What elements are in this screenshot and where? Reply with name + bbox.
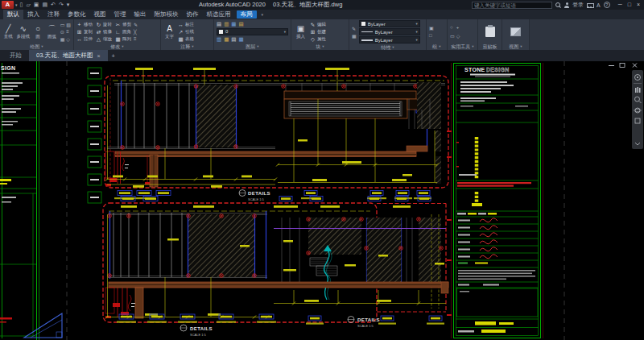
help-icon[interactable]: ? (604, 2, 610, 8)
tool-scale[interactable]: △缩放 (96, 35, 112, 43)
tab-annotate[interactable]: 注释 (43, 10, 64, 19)
tool-mirror[interactable]: ⇄镜像 (96, 28, 112, 35)
app-store-cart-icon[interactable] (587, 2, 593, 8)
linetype-dropdown[interactable]: ByLayer ▾ (359, 28, 420, 35)
tool-fillet[interactable]: ∟圆角 (115, 28, 131, 35)
search-icon[interactable] (555, 2, 561, 8)
gradient-icon[interactable]: ▧ (66, 22, 71, 27)
panel-label-annotate[interactable]: 注释▾ (161, 44, 213, 50)
tool-rotate[interactable]: ↻旋转 (96, 21, 112, 28)
panel-label-clipboard[interactable]: 剪贴板 (478, 44, 502, 50)
redo-icon[interactable]: ↷ (59, 2, 64, 8)
hatch-icon[interactable]: ▦ (60, 36, 65, 42)
group-icon[interactable]: ▣ (429, 25, 434, 31)
id-point-icon[interactable]: ◇ (456, 33, 460, 39)
tab-layout-highlighted[interactable]: 布局 (237, 10, 257, 19)
tool-dimension[interactable]: ↔标注 (178, 21, 194, 28)
plot-icon[interactable]: ▤ (42, 2, 47, 8)
tool-arc[interactable]: ⌒ 圆弧 (46, 24, 57, 39)
new-icon[interactable]: ▯ (20, 2, 23, 8)
file-tab-document[interactable]: 03.天花、地面大样图 × (29, 50, 108, 61)
tool-leader[interactable]: ↗引线 (178, 28, 194, 35)
restore-button[interactable]: □ (625, 1, 634, 9)
sheet-titleblock: STONE DESIGN (447, 63, 543, 338)
layer-dropdown[interactable]: 0 ▾ (217, 28, 288, 35)
panel-label-layers[interactable]: 图层▾ (214, 44, 291, 50)
file-tab-start[interactable]: 开始 (2, 50, 29, 61)
file-tab-new-icon[interactable]: + (108, 51, 119, 61)
layer-walk-icon[interactable]: ▦ (238, 36, 243, 43)
panel-label-block[interactable]: 块▾ (291, 44, 349, 50)
ungroup-icon[interactable]: □ (429, 33, 434, 38)
object-color-dropdown[interactable]: ByLayer ▾ (359, 20, 420, 27)
layer-freeze-icon[interactable]: ▤ (238, 21, 243, 27)
tool-polyline[interactable]: ∿ 多段线 (16, 24, 30, 39)
search-input[interactable] (472, 2, 552, 9)
undo-icon[interactable]: ↶ (51, 2, 56, 8)
minimize-button[interactable]: ─ (616, 1, 625, 9)
layer-off-icon[interactable]: ▥ (224, 21, 229, 27)
tab-manage[interactable]: 管理 (110, 10, 130, 19)
explode-icon[interactable]: ╳ (134, 29, 138, 35)
tab-collaborate[interactable]: 协作 (183, 10, 203, 19)
tool-move[interactable]: +移动 (76, 21, 93, 28)
close-button[interactable]: × (634, 1, 642, 9)
layer-properties-icon[interactable]: ▤ (217, 21, 221, 27)
quick-select-icon[interactable]: ▭ (450, 33, 455, 39)
tool-insert-block[interactable]: ▣ 插入 (294, 24, 308, 39)
properties-list-icon[interactable]: ▦ (352, 33, 357, 39)
tab-featured-apps[interactable]: 精选应用 (203, 10, 235, 19)
tab-output[interactable]: 输出 (130, 10, 151, 19)
autodesk-app-icon[interactable]: A (597, 2, 601, 8)
offset-icon[interactable]: ≡ (134, 36, 138, 41)
tool-block-create[interactable]: ⊞创建 (310, 28, 326, 35)
panel-label-view[interactable]: 视图▾ (502, 44, 529, 50)
tool-text[interactable]: A 文字 (163, 24, 175, 39)
measure-icon[interactable]: ○ (450, 25, 455, 30)
tool-copy[interactable]: ⊞复制 (76, 28, 93, 35)
ribbon-collapse-caret-icon[interactable]: ▾ (258, 10, 267, 19)
app-menu-caret-icon[interactable]: ▾ (15, 2, 18, 7)
tool-block-edit[interactable]: ✎编辑 (310, 21, 326, 28)
app-menu-button[interactable]: A (2, 1, 14, 9)
tool-table[interactable]: ▦表格 (178, 35, 194, 43)
panel-label-draw[interactable]: 绘图▾ (0, 44, 73, 50)
panel-label-modify[interactable]: 修改▾ (74, 44, 160, 50)
tool-stretch[interactable]: ↔拉伸 (76, 35, 93, 43)
tab-addins[interactable]: 附加模块 (151, 10, 183, 19)
view-base-icon[interactable] (510, 27, 521, 36)
open-icon[interactable]: ▱ (26, 2, 30, 8)
layer-match-icon[interactable]: ▥ (217, 36, 221, 43)
tool-line[interactable]: ╱ 直线 (2, 24, 14, 39)
match-properties-icon[interactable]: ✎ (352, 26, 357, 31)
panel-label-groups[interactable]: 组▾ (427, 44, 447, 50)
signin-label[interactable]: 登录 (572, 1, 584, 9)
tool-trim[interactable]: ✂修剪 (115, 21, 131, 28)
drawing-canvas[interactable]: SIGN (0, 61, 644, 340)
tab-parametric[interactable]: 参数化 (64, 10, 90, 19)
tab-home[interactable]: 默认 (3, 10, 23, 19)
file-tab-close-icon[interactable]: × (97, 53, 100, 59)
tool-circle[interactable]: ○ 圆 (32, 24, 43, 39)
insert-block-icon: ▣ (297, 24, 304, 34)
point-icon[interactable]: + (456, 25, 460, 30)
region-icon[interactable]: ◇ (66, 36, 71, 42)
tool-array[interactable]: ▦阵列 (115, 35, 131, 43)
layer-isolate-icon[interactable]: ▦ (231, 21, 236, 27)
erase-icon[interactable]: ✎ (134, 22, 138, 27)
tab-insert[interactable]: 插入 (23, 10, 43, 19)
tool-block-attributes[interactable]: ◇属性 (310, 35, 326, 43)
lineweight-dropdown[interactable]: ByLayer ▾ (359, 36, 420, 44)
ellipse-icon[interactable]: ⊙ (60, 29, 65, 35)
boundary-icon[interactable]: ≡ (66, 29, 71, 34)
signin-icon[interactable] (564, 2, 569, 8)
save-icon[interactable]: ▣ (34, 2, 39, 8)
layer-previous-icon[interactable]: ▦ (224, 36, 229, 43)
viewport-window-controls[interactable] (609, 64, 637, 68)
rectangle-icon[interactable]: ▭ (60, 22, 65, 27)
navigation-bar[interactable] (632, 70, 643, 149)
tab-view[interactable]: 视图 (90, 10, 110, 19)
panel-label-utilities[interactable]: 实用工具▾ (448, 44, 477, 50)
paste-icon[interactable] (485, 27, 495, 37)
layer-lock-icon[interactable]: ▤ (231, 36, 236, 43)
